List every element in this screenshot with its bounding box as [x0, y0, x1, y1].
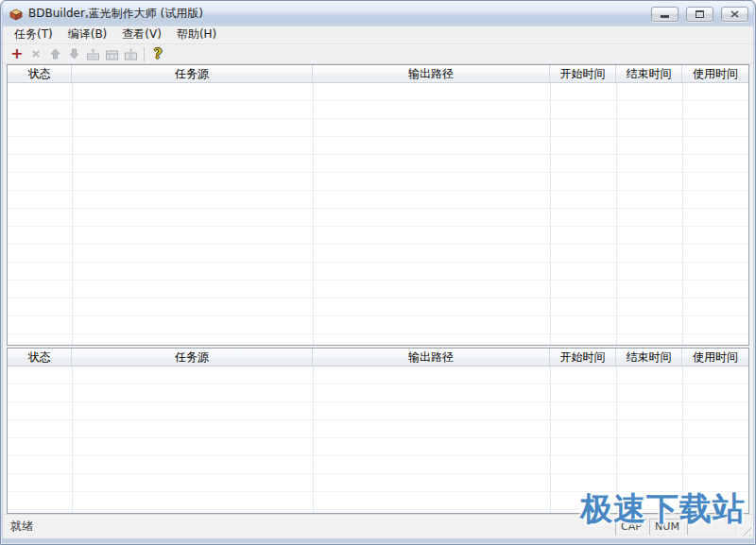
- menubar: 任务(T) 编译(B) 查看(V) 帮助(H): [3, 26, 753, 44]
- column-header-status[interactable]: 状态: [8, 65, 72, 82]
- main-body: 任务(T) 编译(B) 查看(V) 帮助(H) + ×: [3, 26, 753, 538]
- column-header-output[interactable]: 输出路径: [313, 349, 550, 366]
- column-divider: [72, 83, 73, 345]
- column-header-elapsed[interactable]: 使用时间: [682, 65, 748, 82]
- minimize-icon: [661, 15, 669, 18]
- maximize-icon: [696, 10, 704, 18]
- column-divider: [682, 83, 683, 345]
- delete-task-button[interactable]: ×: [26, 45, 45, 62]
- toolbar: + ×: [3, 44, 753, 64]
- status-message: 就绪: [10, 519, 613, 535]
- lower-table-header: 状态 任务源 输出路径 开始时间 结束时间 使用时间: [8, 349, 748, 366]
- window-title: BDBuilder,蓝光制作大师 (试用版): [28, 6, 644, 22]
- move-up-button[interactable]: [45, 45, 64, 62]
- maximize-button[interactable]: [686, 7, 713, 22]
- column-divider: [313, 366, 314, 513]
- column-divider: [550, 366, 551, 513]
- column-header-start[interactable]: 开始时间: [550, 349, 616, 366]
- minimize-button[interactable]: [651, 7, 679, 22]
- add-task-button[interactable]: +: [8, 45, 26, 62]
- app-icon: [9, 7, 24, 22]
- menu-view[interactable]: 查看(V): [114, 26, 169, 44]
- move-down-button[interactable]: [64, 45, 83, 62]
- site-watermark: 极速下载站: [580, 487, 746, 531]
- upper-task-table: 状态 任务源 输出路径 开始时间 结束时间 使用时间: [7, 64, 749, 346]
- build-all-button[interactable]: [102, 45, 121, 62]
- column-header-source[interactable]: 任务源: [72, 349, 313, 366]
- upper-table-header: 状态 任务源 输出路径 开始时间 结束时间 使用时间: [8, 65, 748, 83]
- burn-disc-button[interactable]: [121, 45, 140, 62]
- build-image-button[interactable]: [83, 45, 102, 62]
- arrow-down-icon: [69, 48, 79, 60]
- close-button[interactable]: [721, 7, 748, 22]
- help-button[interactable]: ?: [148, 45, 167, 62]
- titlebar: BDBuilder,蓝光制作大师 (试用版): [3, 1, 753, 26]
- burn-disc-icon: [124, 48, 138, 60]
- menu-task[interactable]: 任务(T): [7, 26, 60, 44]
- menu-help[interactable]: 帮助(H): [169, 26, 224, 44]
- column-divider: [72, 366, 73, 513]
- column-header-output[interactable]: 输出路径: [313, 65, 550, 82]
- arrow-up-icon: [50, 48, 60, 60]
- delete-icon: ×: [31, 47, 42, 60]
- column-header-status[interactable]: 状态: [8, 349, 72, 366]
- column-header-elapsed[interactable]: 使用时间: [682, 349, 748, 366]
- upper-table-body[interactable]: [8, 83, 748, 345]
- add-icon: +: [10, 47, 23, 60]
- help-icon: ?: [154, 46, 162, 61]
- column-divider: [616, 83, 617, 345]
- build-all-icon: [105, 48, 119, 60]
- menu-build[interactable]: 编译(B): [60, 26, 115, 44]
- app-window: BDBuilder,蓝光制作大师 (试用版) 任务(T) 编译(B) 查看(V)…: [0, 0, 756, 545]
- build-image-icon: [86, 48, 100, 60]
- column-header-start[interactable]: 开始时间: [550, 65, 616, 82]
- column-divider: [550, 83, 551, 345]
- toolbar-separator: [144, 47, 145, 61]
- close-icon: [730, 10, 739, 18]
- column-header-end[interactable]: 结束时间: [616, 65, 682, 82]
- column-divider: [313, 83, 314, 345]
- column-header-source[interactable]: 任务源: [72, 65, 313, 82]
- column-header-end[interactable]: 结束时间: [616, 349, 682, 366]
